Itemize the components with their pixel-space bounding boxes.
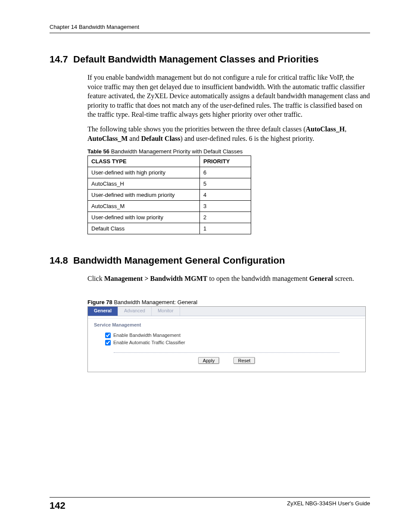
text-fragment: Click — [87, 275, 104, 282]
text-fragment: screen. — [333, 275, 354, 282]
enable-classifier-label: Enable Automatic Traffic Classifier — [113, 340, 185, 345]
tab-general[interactable]: General — [88, 307, 118, 316]
figure-78-screenshot: General Advanced Monitor Service Managem… — [87, 306, 366, 372]
text-bold: AutoClass_M — [87, 135, 128, 142]
apply-button[interactable]: Apply — [198, 357, 220, 364]
cell-class: User-defined with medium priority — [88, 190, 200, 201]
text-bold: General — [309, 275, 333, 282]
caption-text: Bandwidth Management Priority with Defau… — [109, 148, 243, 155]
cell-class: User-defined with low priority — [88, 212, 200, 223]
table-row: User-defined with medium priority4 — [88, 190, 251, 201]
table-56: CLASS TYPE PRIORITY User-defined with hi… — [87, 156, 251, 234]
caption-text: Bandwidth Management: General — [112, 299, 197, 305]
text-fragment: to open the bandwidth management — [207, 275, 309, 282]
enable-classifier-row: Enable Automatic Traffic Classifier — [88, 339, 365, 346]
table-header-row: CLASS TYPE PRIORITY — [88, 156, 251, 167]
cell-priority: 2 — [200, 212, 251, 223]
table-row: User-defined with high priority6 — [88, 167, 251, 178]
col-class-type: CLASS TYPE — [88, 156, 200, 167]
caption-bold: Figure 78 — [87, 299, 112, 305]
table-row: User-defined with low priority2 — [88, 212, 251, 223]
enable-classifier-checkbox[interactable] — [105, 340, 111, 345]
tab-bar: General Advanced Monitor — [88, 307, 365, 316]
tab-advanced[interactable]: Advanced — [118, 307, 152, 316]
section1-para2: The following table shows you the priori… — [87, 124, 370, 143]
text-fragment: , — [345, 125, 346, 133]
enable-bandwidth-checkbox[interactable] — [105, 333, 111, 338]
section-number: 14.8 — [50, 255, 68, 266]
cell-class: Default Class — [88, 223, 200, 234]
cell-class: AutoClass_M — [88, 201, 200, 212]
cell-priority: 6 — [200, 167, 251, 178]
page-footer: 142 ZyXEL NBG-334SH User's Guide — [50, 497, 370, 511]
button-row: Apply Reset — [88, 353, 365, 372]
table-row: Default Class1 — [88, 223, 251, 234]
guide-name: ZyXEL NBG-334SH User's Guide — [287, 500, 370, 507]
cell-priority: 4 — [200, 190, 251, 201]
cell-class: User-defined with high priority — [88, 167, 200, 178]
section-14-7-heading: 14.7 Default Bandwidth Management Classe… — [50, 54, 370, 65]
page-number: 142 — [50, 500, 65, 511]
text-bold: Default Class — [141, 135, 180, 142]
cell-priority: 3 — [200, 201, 251, 212]
cell-class: AutoClass_H — [88, 178, 200, 190]
text-fragment: The following table shows you the priori… — [87, 125, 306, 133]
tab-monitor[interactable]: Monitor — [152, 307, 180, 316]
service-management-label: Service Management — [88, 319, 365, 329]
section-title: Default Bandwidth Management Classes and… — [73, 54, 319, 65]
enable-bandwidth-row: Enable Bandwidth Management — [88, 332, 365, 339]
section-title: Bandwidth Management General Configurati… — [73, 255, 285, 266]
table-row: AutoClass_H5 — [88, 178, 251, 190]
chapter-header: Chapter 14 Bandwidth Management — [50, 24, 370, 33]
text-bold: Management > Bandwidth MGMT — [104, 275, 208, 282]
section2-para: Click Management > Bandwidth MGMT to ope… — [87, 274, 370, 283]
section-14-8-heading: 14.8 Bandwidth Management General Config… — [50, 255, 370, 266]
section1-para1: If you enable bandwidth management but d… — [87, 73, 370, 119]
caption-bold: Table 56 — [87, 148, 109, 155]
cell-priority: 1 — [200, 223, 251, 234]
cell-priority: 5 — [200, 178, 251, 190]
text-bold: AutoClass_H — [306, 125, 345, 133]
enable-bandwidth-label: Enable Bandwidth Management — [113, 333, 181, 338]
table-56-caption: Table 56 Bandwidth Management Priority w… — [87, 148, 370, 155]
section-number: 14.7 — [50, 54, 68, 65]
text-fragment: and — [128, 135, 141, 142]
col-priority: PRIORITY — [200, 156, 251, 167]
text-fragment: ) and user-defined rules. 6 is the highe… — [181, 135, 314, 142]
figure-78-caption: Figure 78 Bandwidth Management: General — [87, 299, 370, 305]
table-row: AutoClass_M3 — [88, 201, 251, 212]
reset-button[interactable]: Reset — [234, 357, 255, 364]
